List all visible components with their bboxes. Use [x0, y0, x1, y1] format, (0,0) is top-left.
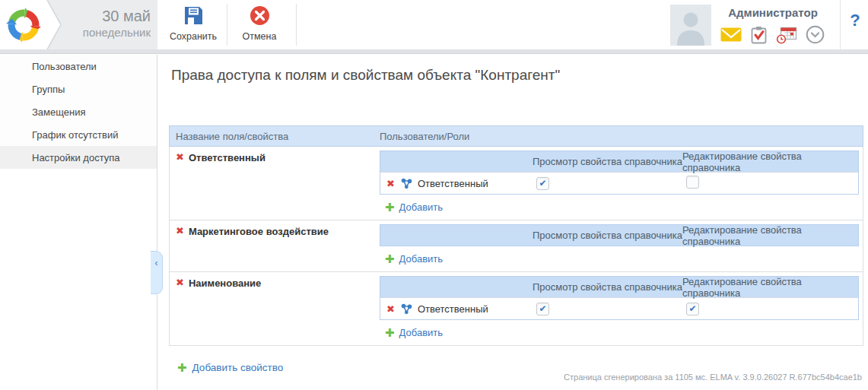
- sidebar-subitem-users[interactable]: Пользователи: [0, 55, 157, 78]
- users-subtable: Просмотр свойства справочникаРедактирова…: [380, 151, 859, 195]
- view-checkbox[interactable]: ✔: [536, 177, 549, 190]
- add-user-label: Добавить: [399, 253, 443, 265]
- sidebar-item-label: График отсутствий: [32, 129, 118, 141]
- user-role-name: Ответственный: [418, 303, 488, 315]
- tasks-icon[interactable]: [750, 26, 768, 44]
- sidebar-item-label: Группы: [32, 84, 65, 95]
- help-button[interactable]: ?: [847, 11, 863, 30]
- toolbar-divider: [296, 4, 297, 46]
- view-column-header: Просмотр свойства справочника: [533, 281, 682, 293]
- sidebar-item-label: Пользователи: [32, 61, 97, 72]
- delete-property-icon[interactable]: ✖: [176, 226, 184, 236]
- elma-logo-icon[interactable]: [0, 0, 70, 52]
- users-subtable: Просмотр свойства справочникаРедактирова…: [380, 276, 859, 320]
- view-checkbox[interactable]: ✔: [536, 303, 549, 315]
- table-row: ✖ОтветственныйПросмотр свойства справочн…: [170, 147, 863, 220]
- add-property-label: Добавить свойство: [192, 362, 284, 373]
- plus-icon: ✚: [385, 327, 395, 338]
- property-name: Ответственный: [189, 152, 265, 163]
- edit-checkbox[interactable]: [686, 176, 699, 189]
- user-role-name: Ответственный: [418, 178, 488, 189]
- sidebar-item-label: Настройки доступа: [32, 152, 120, 163]
- delete-property-icon[interactable]: ✖: [176, 152, 184, 162]
- date-weekday: понедельник: [83, 26, 151, 40]
- toolbar-divider: [227, 4, 227, 46]
- column-header-users-roles: Пользователи/Роли: [380, 131, 863, 142]
- page-generation-footer: Страница сгенерирована за 1105 мс. ELMA …: [564, 373, 862, 382]
- table-body: ✖ОтветственныйПросмотр свойства справочн…: [169, 147, 863, 346]
- property-name: Наименование: [189, 277, 261, 289]
- edit-column-header: Редактирование свойства справочника: [682, 224, 858, 247]
- cancel-icon: [250, 15, 270, 28]
- mail-icon[interactable]: [720, 27, 742, 42]
- add-user-label: Добавить: [399, 327, 443, 338]
- delete-user-icon[interactable]: ✖: [386, 304, 395, 314]
- plus-icon: ✚: [385, 253, 395, 265]
- plus-icon: ✚: [177, 362, 187, 373]
- table-row: ✖НаименованиеПросмотр свойства справочни…: [170, 272, 863, 345]
- add-user-link[interactable]: ✚Добавить: [385, 253, 443, 265]
- top-bar-left: 30 май понедельник: [0, 0, 157, 49]
- role-icon: [400, 177, 412, 189]
- header-shadow-strip: [0, 49, 868, 54]
- view-column-header: Просмотр свойства справочника: [533, 156, 682, 167]
- top-bar: 30 май понедельник Сохранить Отмена: [0, 0, 868, 49]
- cancel-button[interactable]: Отмена: [228, 5, 291, 46]
- date-day: 30 май: [83, 7, 151, 26]
- delete-property-icon[interactable]: ✖: [176, 277, 184, 287]
- main-content: Права доступа к полям и свойствам объект…: [158, 55, 868, 390]
- user-row: ✖Ответственный✔: [380, 172, 858, 194]
- cancel-button-label: Отмена: [228, 31, 291, 42]
- save-floppy-icon: [183, 15, 204, 28]
- table-header: Название поля/свойства Пользователи/Роли: [169, 125, 863, 147]
- sidebar-subitem-access-settings[interactable]: Настройки доступа: [0, 146, 157, 169]
- save-button[interactable]: Сохранить: [162, 5, 224, 46]
- edit-column-header: Редактирование свойства справочника: [682, 151, 858, 173]
- edit-checkbox[interactable]: ✔: [686, 303, 699, 315]
- sidebar-subitem-substitutions[interactable]: Замещения: [0, 100, 157, 123]
- view-column-header: Просмотр свойства справочника: [533, 230, 682, 241]
- delete-user-icon[interactable]: ✖: [386, 179, 395, 189]
- user-avatar[interactable]: [670, 5, 711, 46]
- permissions-table: Название поля/свойства Пользователи/Роли…: [169, 125, 863, 346]
- add-user-link[interactable]: ✚Добавить: [385, 201, 443, 213]
- sidebar-collapse-handle[interactable]: ‹: [151, 251, 163, 294]
- save-button-label: Сохранить: [162, 31, 224, 42]
- plus-icon: ✚: [385, 201, 395, 213]
- edit-column-header: Редактирование свойства справочника: [682, 276, 858, 299]
- add-property-link[interactable]: ✚ Добавить свойство: [177, 362, 283, 373]
- role-icon: [400, 303, 412, 315]
- users-subtable: Просмотр свойства справочникаРедактирова…: [380, 224, 859, 246]
- sidebar: Администрирование Домашняя страница Поль…: [0, 55, 157, 390]
- sidebar-subitem-absence-schedule[interactable]: График отсутствий: [0, 123, 157, 146]
- property-name: Маркетинговое воздействие: [189, 226, 329, 237]
- sidebar-item-label: Замещения: [32, 106, 86, 118]
- add-user-label: Добавить: [399, 201, 443, 213]
- table-row: ✖Маркетинговое воздействиеПросмотр свойс…: [170, 220, 863, 272]
- page-title: Права доступа к полям и свойствам объект…: [171, 67, 560, 84]
- add-user-link[interactable]: ✚Добавить: [385, 327, 443, 338]
- sidebar-subitem-groups[interactable]: Группы: [0, 78, 157, 100]
- current-date: 30 май понедельник: [83, 7, 151, 40]
- user-block: Администратор: [716, 6, 830, 44]
- column-header-property: Название поля/свойства: [170, 131, 380, 142]
- calendar-icon[interactable]: [776, 26, 797, 44]
- header-divider: [840, 0, 841, 49]
- user-name-label: Администратор: [716, 6, 830, 19]
- user-row: ✖Ответственный✔✔: [380, 297, 858, 319]
- chevron-down-icon[interactable]: [806, 25, 825, 44]
